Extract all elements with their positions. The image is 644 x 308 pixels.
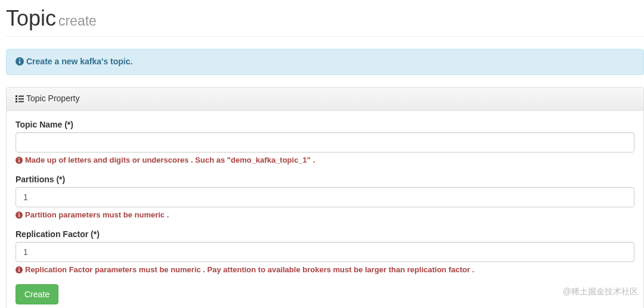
svg-rect-4 — [18, 96, 24, 97]
svg-rect-13 — [18, 214, 20, 217]
topic-name-label: Topic Name (*) — [16, 120, 634, 129]
svg-rect-1 — [19, 61, 20, 64]
svg-point-14 — [18, 213, 20, 214]
topic-property-panel: Topic Property Topic Name (*) Made up of… — [6, 87, 644, 308]
panel-title: Topic Property — [26, 94, 79, 103]
info-circle-icon — [16, 57, 24, 67]
topic-name-input[interactable] — [16, 132, 634, 153]
replication-label: Replication Factor (*) — [16, 229, 634, 239]
info-alert-text: Create a new kafka's topic. — [26, 57, 132, 66]
topic-name-hint-text: Made up of letters and digits or undersc… — [25, 155, 315, 164]
partitions-label: Partitions (*) — [16, 175, 634, 184]
svg-rect-10 — [18, 160, 20, 163]
replication-hint-text: Replication Factor parameters must be nu… — [25, 265, 475, 274]
create-button[interactable]: Create — [16, 284, 58, 304]
panel-body: Topic Name (*) Made up of letters and di… — [7, 111, 643, 308]
svg-rect-7 — [16, 101, 17, 102]
svg-point-2 — [19, 58, 20, 60]
page-title: Topic — [6, 6, 56, 30]
svg-point-17 — [18, 267, 20, 269]
svg-point-11 — [18, 158, 20, 159]
watermark: @稀土掘金技术社区 — [563, 287, 638, 297]
form-group-topic-name: Topic Name (*) Made up of letters and di… — [16, 120, 634, 166]
svg-rect-5 — [16, 98, 17, 100]
list-icon — [16, 95, 24, 104]
replication-input[interactable] — [16, 242, 634, 262]
page-header: Topic create — [6, 6, 644, 37]
info-circle-icon — [16, 157, 23, 166]
page-subtitle: create — [58, 13, 97, 29]
partitions-input[interactable] — [16, 187, 634, 207]
form-group-partitions: Partitions (*) Partition parameters must… — [16, 175, 634, 220]
panel-heading: Topic Property — [7, 88, 643, 111]
info-circle-icon — [16, 266, 23, 275]
svg-rect-3 — [16, 95, 17, 97]
topic-name-hint: Made up of letters and digits or undersc… — [16, 155, 634, 166]
replication-hint: Replication Factor parameters must be nu… — [16, 265, 634, 275]
info-circle-icon — [16, 211, 23, 220]
svg-rect-16 — [18, 269, 20, 272]
info-alert: Create a new kafka's topic. — [6, 49, 644, 75]
form-group-replication: Replication Factor (*) Replication Facto… — [16, 229, 634, 275]
svg-rect-6 — [18, 98, 24, 99]
partitions-hint-text: Partition parameters must be numeric . — [25, 210, 169, 219]
svg-rect-8 — [18, 101, 24, 102]
partitions-hint: Partition parameters must be numeric . — [16, 210, 634, 220]
